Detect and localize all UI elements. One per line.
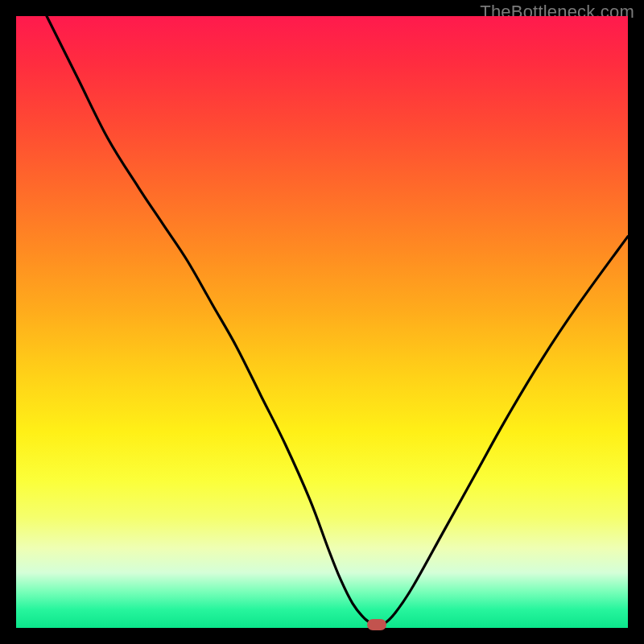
curve-svg: [16, 16, 628, 628]
chart-frame: TheBottleneck.com: [0, 0, 644, 644]
optimal-marker: [367, 619, 386, 630]
bottleneck-curve: [47, 16, 628, 625]
plot-area: [16, 16, 628, 628]
